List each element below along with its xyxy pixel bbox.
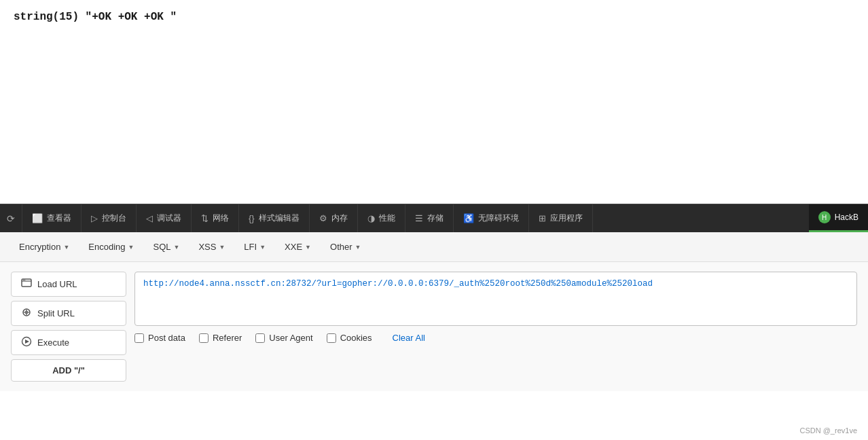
top-content-area: string(15) "+OK +OK +OK " <box>0 0 868 204</box>
tab-console[interactable]: ▷ 控制台 <box>82 204 137 232</box>
hackbar-main-area: Load URL Split URL Execute ADD "/ <box>0 262 868 391</box>
add-slash-button[interactable]: ADD "/" <box>11 359 126 382</box>
add-slash-label: ADD "/" <box>52 365 85 375</box>
execute-label: Execute <box>37 337 69 348</box>
hackbar-toolbar: Encryption ▼ Encoding ▼ SQL ▼ XSS ▼ LFI … <box>0 232 868 262</box>
xss-arrow-icon: ▼ <box>219 244 225 251</box>
encryption-dropdown-btn[interactable]: Encryption ▼ <box>11 238 77 256</box>
tab-viewer[interactable]: ⬜ 查看器 <box>22 204 82 232</box>
execute-icon <box>21 336 32 349</box>
cookies-checkbox[interactable] <box>327 333 336 343</box>
svg-point-1 <box>23 280 24 280</box>
user-agent-checkbox-item[interactable]: User Agent <box>255 333 312 343</box>
tab-performance-label: 性能 <box>379 213 395 224</box>
referer-checkbox[interactable] <box>199 333 209 343</box>
cookies-label: Cookies <box>340 333 372 343</box>
tab-accessibility-label: 无障碍环境 <box>478 213 519 224</box>
tab-accessibility[interactable]: ♿ 无障碍环境 <box>454 204 529 232</box>
other-label: Other <box>330 242 352 252</box>
footer: CSDN @_rev1ve <box>799 426 857 435</box>
tab-style-editor[interactable]: {} 样式编辑器 <box>239 204 310 232</box>
sql-dropdown-btn[interactable]: SQL ▼ <box>145 238 187 256</box>
tab-network[interactable]: ⇅ 网络 <box>192 204 239 232</box>
options-row: Post data Referer User Agent Cookies Cle… <box>134 333 857 343</box>
encoding-dropdown-btn[interactable]: Encoding ▼ <box>80 238 142 256</box>
tab-application[interactable]: ⊞ 应用程序 <box>529 204 593 232</box>
tab-storage[interactable]: ☰ 存储 <box>405 204 454 232</box>
devtools-tabbar: ⟳ ⬜ 查看器 ▷ 控制台 ◁ 调试器 ⇅ 网络 {} 样式编辑器 ⚙ 内存 ◑… <box>0 204 868 232</box>
encryption-label: Encryption <box>19 242 60 252</box>
tab-style-editor-label: 样式编辑器 <box>259 213 300 224</box>
split-url-button[interactable]: Split URL <box>11 301 126 326</box>
load-url-icon <box>21 278 32 291</box>
accessibility-icon: ♿ <box>463 213 474 223</box>
url-input-panel: http://node4.anna.nssctf.cn:28732/?url=g… <box>134 272 857 382</box>
tab-hackbar[interactable]: H HackB <box>809 204 868 232</box>
referer-checkbox-item[interactable]: Referer <box>199 333 242 343</box>
xxe-arrow-icon: ▼ <box>305 244 311 251</box>
tab-debugger-label: 调试器 <box>157 213 181 224</box>
hackbar-icon: H <box>818 211 831 223</box>
load-url-label: Load URL <box>37 279 77 289</box>
svg-marker-6 <box>25 340 29 344</box>
tab-performance[interactable]: ◑ 性能 <box>358 204 405 232</box>
action-buttons-panel: Load URL Split URL Execute ADD "/ <box>11 272 126 382</box>
xss-label: XSS <box>198 242 216 252</box>
user-agent-label: User Agent <box>269 333 312 343</box>
tab-console-label: 控制台 <box>102 213 126 224</box>
xss-dropdown-btn[interactable]: XSS ▼ <box>190 238 233 256</box>
storage-icon: ☰ <box>415 213 423 223</box>
tab-debugger[interactable]: ◁ 调试器 <box>137 204 192 232</box>
memory-icon: ⚙ <box>319 213 327 223</box>
lfi-dropdown-btn[interactable]: LFI ▼ <box>236 238 274 256</box>
url-input[interactable]: http://node4.anna.nssctf.cn:28732/?url=g… <box>134 272 857 326</box>
other-dropdown-btn[interactable]: Other ▼ <box>322 238 369 256</box>
encryption-arrow-icon: ▼ <box>63 244 69 251</box>
lfi-arrow-icon: ▼ <box>259 244 266 251</box>
devtools-logo-tab[interactable]: ⟳ <box>0 204 22 232</box>
referer-label: Referer <box>213 333 242 343</box>
viewer-icon: ⬜ <box>32 213 43 223</box>
tab-hackbar-label: HackB <box>835 213 858 222</box>
xxe-dropdown-btn[interactable]: XXE ▼ <box>276 238 319 256</box>
logo-icon: ⟳ <box>7 213 15 224</box>
console-icon: ▷ <box>91 213 98 223</box>
network-icon: ⇅ <box>201 213 209 223</box>
post-data-label: Post data <box>148 333 185 343</box>
tab-application-label: 应用程序 <box>550 213 583 224</box>
performance-icon: ◑ <box>367 213 375 223</box>
lfi-label: LFI <box>244 242 257 252</box>
post-data-checkbox-item[interactable]: Post data <box>134 333 185 343</box>
execute-button[interactable]: Execute <box>11 330 126 355</box>
sql-arrow-icon: ▼ <box>174 244 180 251</box>
style-editor-icon: {} <box>249 213 255 223</box>
split-url-icon <box>21 307 32 320</box>
split-url-label: Split URL <box>37 308 75 318</box>
post-data-checkbox[interactable] <box>134 333 144 343</box>
debugger-icon: ◁ <box>146 213 153 223</box>
encoding-arrow-icon: ▼ <box>128 244 134 251</box>
svg-point-2 <box>24 280 25 280</box>
xxe-label: XXE <box>285 242 302 252</box>
top-text: string(15) "+OK +OK +OK " <box>14 11 177 23</box>
tab-memory[interactable]: ⚙ 内存 <box>310 204 358 232</box>
other-arrow-icon: ▼ <box>355 244 361 251</box>
load-url-button[interactable]: Load URL <box>11 272 126 297</box>
application-icon: ⊞ <box>539 213 546 223</box>
sql-label: SQL <box>153 242 170 252</box>
tab-viewer-label: 查看器 <box>47 213 71 224</box>
user-agent-checkbox[interactable] <box>255 333 265 343</box>
tab-network-label: 网络 <box>213 213 229 224</box>
clear-all-button[interactable]: Clear All <box>393 333 425 343</box>
cookies-checkbox-item[interactable]: Cookies <box>327 333 372 343</box>
encoding-label: Encoding <box>88 242 125 252</box>
tab-storage-label: 存储 <box>427 213 444 224</box>
tab-memory-label: 内存 <box>331 213 348 224</box>
